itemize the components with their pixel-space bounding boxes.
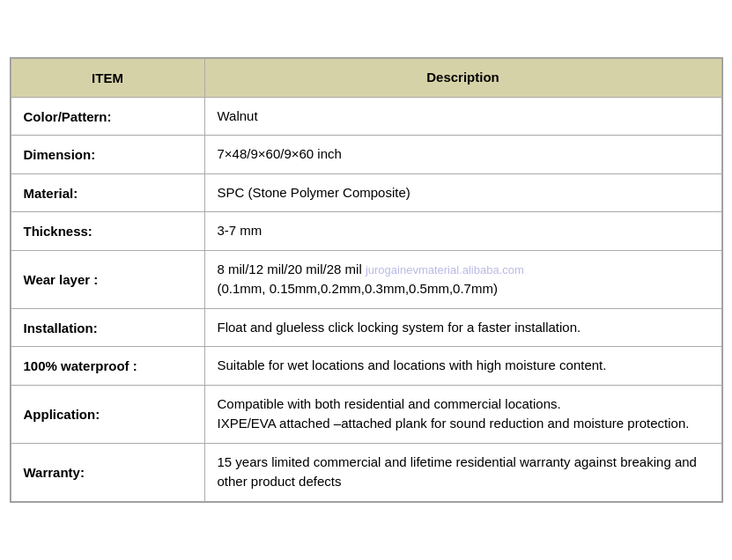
description-cell: 8 mil/12 mil/20 mil/28 mil jurogainevmat… [204,250,721,308]
description-cell: Float and glueless click locking system … [204,308,721,347]
watermark-text: jurogainevmaterial.alibaba.com [366,263,524,276]
item-cell: Dimension: [11,136,204,174]
description-cell: 7×48/9×60/9×60 inch [204,136,721,174]
table-row: Thickness:3-7 mm [11,212,721,251]
item-cell: Warranty: [11,443,204,501]
description-cell: 15 years limited commercial and lifetime… [204,443,721,501]
description-cell: Suitable for wet locations and locations… [204,347,721,386]
description-cell: SPC (Stone Polymer Composite) [204,173,721,212]
header-item: ITEM [11,59,204,98]
wear-layer-line1: 8 mil/12 mil/20 mil/28 mil [218,262,366,276]
description-cell: 3-7 mm [204,212,721,251]
header-description: Description [204,59,721,98]
table-row: Color/Pattern:Walnut [11,97,721,136]
wear-layer-line2: (0.1mm, 0.15mm,0.2mm,0.3mm,0.5mm,0.7mm) [218,281,498,296]
table-row: Material:SPC (Stone Polymer Composite) [11,173,721,212]
product-info-table: ITEM Description Color/Pattern:WalnutDim… [10,57,723,503]
item-cell: Application: [11,385,204,443]
item-cell: Thickness: [11,212,204,251]
desc-line: IXPE/EVA attached –attached plank for so… [218,416,690,431]
item-cell: 100% waterproof : [11,347,204,386]
description-cell: Walnut [204,97,721,136]
item-cell: Wear layer : [11,250,204,308]
description-cell: Compatible with both residential and com… [204,385,721,443]
table-row: Application:Compatible with both residen… [11,385,721,443]
desc-line: Compatible with both residential and com… [218,396,561,411]
item-cell: Installation: [11,308,204,347]
table-row: Warranty:15 years limited commercial and… [11,443,721,501]
item-cell: Material: [11,173,204,212]
table-row: Wear layer :8 mil/12 mil/20 mil/28 mil j… [11,250,721,308]
table-row: Dimension:7×48/9×60/9×60 inch [11,136,721,174]
table-row: 100% waterproof :Suitable for wet locati… [11,347,721,386]
item-cell: Color/Pattern: [11,97,204,136]
table-row: Installation:Float and glueless click lo… [11,308,721,347]
